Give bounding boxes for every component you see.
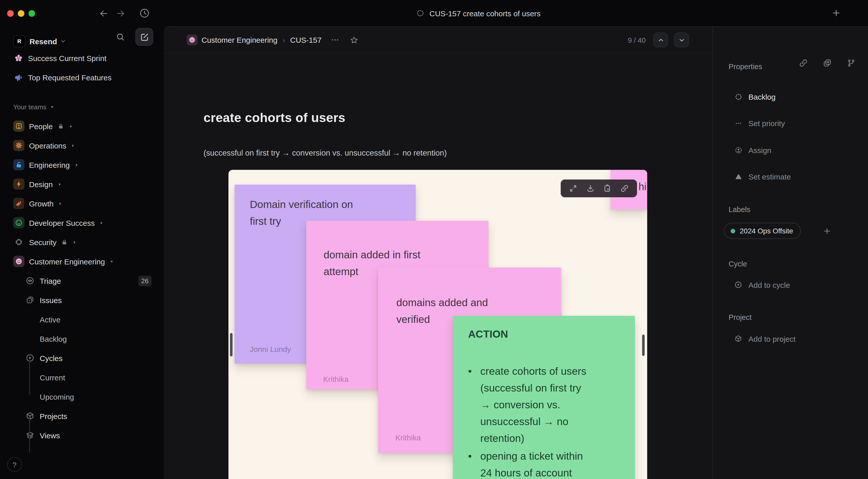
team-label: Security <box>29 238 57 246</box>
sidebar-item-label: Triage <box>40 276 61 285</box>
issue-title[interactable]: create cohorts of users <box>204 110 345 125</box>
copy-to-clipboard-icon[interactable] <box>603 184 612 193</box>
triage-icon <box>25 276 35 285</box>
workspace-logo[interactable]: R <box>13 35 25 47</box>
issue-document: create cohorts of users (successful on f… <box>204 54 712 479</box>
zoom-button[interactable] <box>29 10 35 17</box>
sidebar-team-operations[interactable]: Operations <box>0 136 164 155</box>
chevron-right-icon[interactable] <box>57 182 62 186</box>
project-cube-icon <box>733 334 743 343</box>
no-priority-icon <box>733 119 743 127</box>
copy-link-icon[interactable] <box>799 59 808 68</box>
status-label: Backlog <box>748 92 776 101</box>
issue-pager-position: 9 / 40 <box>628 36 646 44</box>
add-to-cycle-button[interactable]: Add to cycle <box>733 277 790 292</box>
chevron-right-icon[interactable] <box>71 143 75 148</box>
lightning-icon <box>13 179 24 190</box>
duplicate-icon[interactable] <box>823 59 832 68</box>
sticky-note-bullets: •create cohorts of users (successful on … <box>468 362 624 479</box>
search-icon[interactable] <box>116 32 125 42</box>
chevron-right-icon[interactable] <box>58 201 63 206</box>
forward-arrow-icon[interactable] <box>116 9 126 18</box>
priority-selector[interactable]: Set priority <box>733 116 785 131</box>
add-to-project-button[interactable]: Add to project <box>733 331 796 346</box>
properties-panel: Properties Backlog Set priority <box>712 26 868 479</box>
chevron-right-icon[interactable] <box>68 124 73 128</box>
sidebar-item-issues[interactable]: Issues <box>0 290 164 310</box>
sidebar-team-growth[interactable]: Growth <box>0 194 164 213</box>
assign-label: Assign <box>748 146 771 154</box>
team-label: Operations <box>29 141 66 150</box>
breadcrumb-team[interactable]: Customer Engineering <box>202 36 278 44</box>
sidebar-item-active[interactable]: Active <box>0 310 164 329</box>
sidebar-item-upcoming[interactable]: Upcoming <box>0 387 164 406</box>
your-teams-header[interactable]: Your teams <box>0 97 164 117</box>
sidebar-team-customer-engineering[interactable]: Customer Engineering <box>0 252 164 271</box>
chevron-down-icon[interactable] <box>110 259 114 264</box>
issue-description[interactable]: (successful on first try → conversion vs… <box>204 149 447 158</box>
linear-app: CUS-157 create cohorts of users R Resend <box>0 0 868 479</box>
assign-person-icon <box>733 146 743 154</box>
sidebar-item-success-current-sprint[interactable]: Success Current Sprint <box>0 48 164 68</box>
sidebar-item-views[interactable]: Views <box>0 425 164 445</box>
estimate-selector[interactable]: Set estimate <box>733 169 791 184</box>
sidebar-item-label: Cycles <box>40 354 63 362</box>
sidebar-item-backlog[interactable]: Backlog <box>0 329 164 348</box>
flower-icon <box>13 53 23 63</box>
bullet-item: opening a ticket within 24 hours of acco… <box>480 447 624 479</box>
workspace-name[interactable]: Resend <box>30 37 57 45</box>
sidebar-item-label: Top Requested Features <box>28 73 112 82</box>
attached-image[interactable]: Domain verification on first try Jonni L… <box>228 170 647 479</box>
window-controls <box>7 10 35 17</box>
history-clock-icon[interactable] <box>139 8 150 19</box>
smiley-face-icon <box>187 35 197 45</box>
close-button[interactable] <box>7 10 14 17</box>
sidebar-item-label: Views <box>40 431 60 440</box>
expand-icon[interactable] <box>569 184 578 193</box>
label-pill[interactable]: 2024 Ops Offsite <box>724 223 801 239</box>
new-tab-plus-icon[interactable] <box>831 8 841 18</box>
new-issue-compose-button[interactable] <box>135 28 153 46</box>
favorite-star-icon[interactable] <box>349 35 359 44</box>
projects-cube-icon <box>25 411 35 420</box>
sidebar-team-engineering[interactable]: Engineering <box>0 155 164 174</box>
sidebar-item-current[interactable]: Current <box>0 368 164 387</box>
image-resize-handle-right[interactable] <box>642 334 645 356</box>
sidebar-team-design[interactable]: Design <box>0 174 164 194</box>
views-layers-icon <box>25 431 35 440</box>
workspace-chevron-down-icon[interactable] <box>60 38 66 44</box>
sidebar-team-developer-success[interactable]: Developer Success <box>0 213 164 232</box>
minimize-button[interactable] <box>18 10 24 17</box>
previous-issue-button[interactable] <box>653 33 668 47</box>
image-resize-handle-left[interactable] <box>230 333 232 356</box>
add-to-project-label: Add to project <box>748 334 796 343</box>
more-options-icon[interactable] <box>331 36 339 44</box>
help-button[interactable]: ? <box>7 457 22 472</box>
add-label-plus-icon[interactable] <box>823 227 831 235</box>
sidebar-team-people[interactable]: People <box>0 117 164 136</box>
sidebar-item-label: Active <box>40 315 61 324</box>
sidebar-item-triage[interactable]: Triage 26 <box>0 271 164 290</box>
back-arrow-icon[interactable] <box>99 9 108 18</box>
status-selector[interactable]: Backlog <box>733 89 776 104</box>
chevron-right-icon[interactable] <box>99 220 104 225</box>
sidebar-item-label: Issues <box>40 296 62 304</box>
sticky-note-author: Krithika <box>323 375 348 383</box>
sidebar-item-projects[interactable]: Projects <box>0 406 164 425</box>
assignee-selector[interactable]: Assign <box>733 142 771 158</box>
copy-link-icon[interactable] <box>620 184 629 193</box>
sidebar-item-cycles[interactable]: Cycles <box>0 348 164 368</box>
breadcrumb-issue-id[interactable]: CUS-157 <box>290 36 321 44</box>
download-icon[interactable] <box>586 184 595 193</box>
git-branch-icon[interactable] <box>847 59 856 68</box>
team-label: Customer Engineering <box>29 257 105 266</box>
star-struck-face-icon <box>13 217 24 228</box>
chevron-right-icon[interactable] <box>72 240 77 244</box>
sidebar-team-security[interactable]: Security <box>0 232 164 252</box>
next-issue-button[interactable] <box>674 33 689 47</box>
label-color-dot <box>731 229 735 233</box>
chevron-right-icon[interactable] <box>74 162 79 167</box>
window-title-text: CUS-157 create cohorts of users <box>429 9 540 18</box>
sidebar-item-top-requested-features[interactable]: Top Requested Features <box>0 68 164 87</box>
chip-icon <box>13 236 24 248</box>
